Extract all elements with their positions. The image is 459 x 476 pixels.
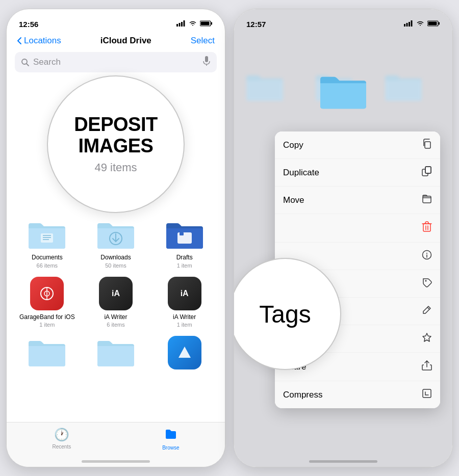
guitar-icon [37, 283, 57, 304]
svg-rect-3 [184, 20, 185, 27]
back-button[interactable]: Locations [17, 36, 61, 46]
svg-point-39 [426, 253, 427, 254]
folder-extra-3[interactable] [152, 336, 217, 373]
svg-rect-34 [423, 196, 431, 203]
svg-rect-9 [205, 56, 208, 62]
tags-overlay: Tags [234, 258, 341, 370]
recents-label: Recents [52, 444, 71, 449]
svg-marker-22 [178, 347, 191, 358]
svg-rect-35 [423, 224, 430, 231]
time-left: 12:56 [19, 20, 38, 29]
folder-drafts[interactable]: Drafts 1 item [152, 218, 217, 269]
keynote-icon [168, 336, 201, 369]
svg-rect-0 [176, 24, 178, 27]
svg-rect-30 [425, 142, 430, 148]
tags-text: Tags [259, 300, 311, 328]
ia-writer-2-icon: iA [168, 277, 201, 310]
nav-title: iCloud Drive [100, 36, 151, 46]
folder-shape-documents [27, 218, 67, 250]
status-bar-left: 12:56 [7, 9, 225, 32]
search-icon [21, 58, 29, 66]
folder-downloads[interactable]: Downloads 50 items [84, 218, 148, 269]
nav-bar-left: Locations iCloud Drive Select [7, 32, 225, 50]
documents-count: 66 items [37, 262, 58, 269]
drafts-count: 1 item [177, 262, 192, 269]
folder-documents[interactable]: Documents 66 items [15, 218, 80, 269]
svg-line-42 [427, 307, 429, 309]
move-icon [422, 194, 432, 206]
share-icon [422, 360, 432, 374]
home-indicator [82, 460, 150, 463]
downloads-count: 50 items [105, 262, 126, 269]
svg-rect-1 [179, 23, 181, 27]
search-bar[interactable]: Search [15, 52, 217, 72]
garageband-icon [30, 277, 64, 310]
documents-label: Documents [32, 254, 63, 262]
battery-icon [200, 20, 213, 28]
svg-line-8 [27, 64, 29, 66]
move-label: Move [283, 195, 304, 205]
deposit-title: DEPOSIT IMAGES [74, 114, 157, 157]
time-right: 12:57 [246, 20, 266, 29]
browse-label: Browse [162, 445, 179, 451]
search-placeholder: Search [33, 57, 61, 67]
menu-item-compress[interactable]: Compress [275, 381, 440, 408]
svg-rect-18 [180, 232, 184, 235]
favorite-icon [422, 332, 432, 345]
compress-label: Compress [283, 390, 322, 400]
status-bar-right: 12:57 [234, 9, 452, 32]
svg-rect-2 [181, 22, 183, 27]
garageband-label: GarageBand for iOS [19, 313, 75, 322]
right-phone: 12:57 [234, 9, 453, 467]
svg-rect-11 [41, 233, 53, 243]
garageband-count: 1 item [39, 322, 55, 328]
svg-rect-28 [439, 22, 440, 24]
svg-rect-6 [201, 21, 210, 25]
signal-icon-right [404, 20, 413, 28]
folder-extra-2[interactable] [84, 336, 148, 373]
folder-ia-writer-2[interactable]: iA iA Writer 1 item [152, 277, 217, 328]
browse-icon [165, 428, 177, 443]
drafts-label: Drafts [176, 254, 193, 262]
recents-icon: 🕐 [54, 428, 69, 442]
back-label: Locations [24, 36, 61, 46]
delete-icon [422, 221, 432, 235]
tab-recents[interactable]: 🕐 Recents [52, 428, 71, 449]
menu-item-duplicate[interactable]: Duplicate [275, 159, 440, 187]
folder-garageband[interactable]: GarageBand for iOS 1 item [15, 277, 80, 328]
ia-writer-2-count: 1 item [177, 322, 192, 328]
folder-shape-downloads [95, 218, 136, 250]
battery-icon-right [427, 20, 440, 28]
tab-browse[interactable]: Browse [162, 428, 179, 451]
svg-rect-23 [404, 24, 405, 27]
compress-icon [422, 388, 432, 401]
svg-rect-29 [428, 21, 437, 25]
menu-item-delete[interactable] [275, 214, 440, 243]
menu-item-move[interactable]: Move [275, 187, 440, 214]
downloads-label: Downloads [100, 254, 131, 262]
ia-writer-1-icon: iA [99, 277, 133, 310]
ia-writer-2-label: iA Writer [173, 313, 196, 322]
status-icons-left [176, 20, 213, 28]
selected-folder-icon [318, 70, 369, 110]
signal-icon [176, 20, 186, 28]
folder-extra-1[interactable] [15, 336, 80, 373]
copy-label: Copy [283, 140, 303, 150]
drafts-folder-icon [164, 218, 205, 251]
deposit-count: 49 items [94, 161, 137, 174]
duplicate-label: Duplicate [283, 168, 319, 178]
left-phone: 12:56 [6, 9, 225, 467]
wifi-icon [189, 20, 197, 28]
home-indicator-right [309, 460, 377, 463]
documents-folder-icon [27, 218, 67, 251]
select-button[interactable]: Select [191, 36, 215, 46]
folder-ia-writer-1[interactable]: iA iA Writer 6 items [84, 277, 148, 328]
mic-icon [202, 56, 211, 68]
ia-writer-1-label: iA Writer [104, 313, 127, 322]
rename-icon [422, 305, 432, 318]
menu-item-copy[interactable]: Copy [275, 131, 440, 159]
svg-rect-32 [425, 167, 431, 173]
copy-icon [422, 139, 432, 151]
info-icon [422, 250, 432, 262]
svg-rect-26 [411, 20, 413, 27]
